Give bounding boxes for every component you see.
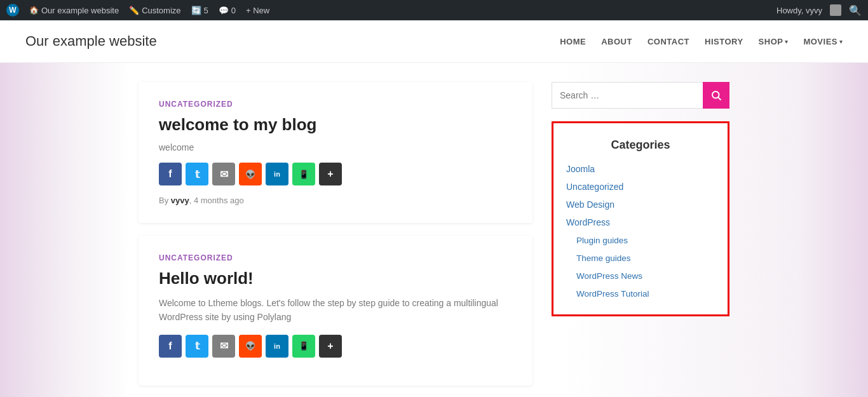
updates-link[interactable]: 🔄 5: [191, 6, 208, 15]
share-linkedin[interactable]: in: [266, 163, 288, 185]
category-item-wordpress-news[interactable]: WordPress News: [566, 270, 715, 281]
share-more[interactable]: +: [319, 163, 342, 185]
post-card-2: UNCATEGORIZED Hello world! Welcome to Lt…: [139, 236, 532, 386]
share-twitter-2[interactable]: 𝕥: [186, 335, 208, 358]
share-email[interactable]: ✉: [212, 163, 235, 185]
categories-widget: Categories Joomla Uncategorized Web Desi…: [552, 121, 729, 316]
site-name-link[interactable]: 🏠 Our example website: [29, 6, 119, 15]
svg-point-0: [712, 91, 719, 98]
nav-item-shop[interactable]: SHOP: [759, 37, 789, 46]
svg-line-1: [718, 97, 721, 100]
share-twitter[interactable]: 𝕥: [186, 163, 208, 185]
post-2-title: Hello world!: [159, 269, 512, 288]
search-widget: [552, 82, 729, 109]
category-item-wordpress-tutorial[interactable]: WordPress Tutorial: [566, 288, 715, 299]
site-title: Our example website: [25, 33, 157, 50]
share-more-2[interactable]: +: [319, 335, 342, 358]
category-item-joomla[interactable]: Joomla: [566, 163, 715, 175]
share-facebook-2[interactable]: f: [159, 335, 182, 358]
post-2-social-share: f 𝕥 ✉ 👽 in 📱 +: [159, 335, 512, 358]
share-whatsapp-2[interactable]: 📱: [292, 335, 315, 358]
share-reddit[interactable]: 👽: [239, 163, 262, 185]
categories-title: Categories: [566, 138, 715, 152]
post-1-excerpt: welcome: [159, 142, 512, 152]
post-1-time: 4 months ago: [194, 196, 244, 205]
share-reddit-2[interactable]: 👽: [239, 335, 262, 358]
site-header: Our example website HOME ABOUT CONTACT H…: [0, 20, 868, 63]
category-item-theme-guides[interactable]: Theme guides: [566, 252, 715, 264]
nav-item-contact[interactable]: CONTACT: [648, 36, 689, 47]
share-email-2[interactable]: ✉: [212, 335, 235, 358]
post-2-excerpt: Welcome to Ltheme blogs. Let's follow th…: [159, 296, 512, 325]
admin-bar: W 🏠 Our example website ✏️ Customize 🔄 5…: [0, 0, 868, 20]
post-1-meta: By vyvy, 4 months ago: [159, 196, 512, 205]
nav-item-about[interactable]: ABOUT: [601, 36, 632, 47]
admin-search-icon[interactable]: 🔍: [849, 4, 862, 17]
admin-bar-right: Howdy, vyvy 🔍: [776, 4, 862, 17]
howdy-text: Howdy, vyvy: [776, 6, 822, 15]
category-item-wordpress[interactable]: WordPress: [566, 217, 715, 228]
post-1-category: UNCATEGORIZED: [159, 100, 512, 109]
share-whatsapp[interactable]: 📱: [292, 163, 315, 185]
search-button[interactable]: [703, 82, 729, 109]
user-avatar[interactable]: [830, 4, 841, 16]
share-linkedin-2[interactable]: in: [266, 335, 288, 358]
category-item-uncategorized[interactable]: Uncategorized: [566, 181, 715, 192]
search-icon: [710, 90, 722, 101]
post-1-author: vyvy: [171, 196, 189, 205]
search-input[interactable]: [552, 82, 703, 109]
main-nav: HOME ABOUT CONTACT HISTORY SHOP MOVIES: [560, 36, 843, 47]
nav-item-history[interactable]: HISTORY: [705, 36, 743, 47]
post-card-1: UNCATEGORIZED welcome to my blog welcome…: [139, 82, 532, 223]
new-content-link[interactable]: + New: [246, 6, 269, 15]
comments-link[interactable]: 💬 0: [219, 6, 236, 15]
customize-link[interactable]: ✏️ Customize: [129, 6, 180, 15]
share-facebook[interactable]: f: [159, 163, 182, 185]
category-list: Joomla Uncategorized Web Design WordPres…: [566, 163, 715, 299]
nav-item-home[interactable]: HOME: [560, 36, 586, 47]
category-item-web-design[interactable]: Web Design: [566, 199, 715, 210]
post-1-title: welcome to my blog: [159, 115, 512, 135]
sidebar: Categories Joomla Uncategorized Web Desi…: [552, 82, 729, 397]
nav-menu: HOME ABOUT CONTACT HISTORY SHOP MOVIES: [560, 36, 843, 47]
post-1-social-share: f 𝕥 ✉ 👽 in 📱 +: [159, 163, 512, 185]
page-content: UNCATEGORIZED welcome to my blog welcome…: [0, 63, 868, 397]
wp-logo[interactable]: W: [6, 4, 19, 17]
wordpress-icon: W: [6, 4, 19, 17]
nav-item-movies[interactable]: MOVIES: [803, 37, 843, 46]
main-content: UNCATEGORIZED welcome to my blog welcome…: [139, 82, 532, 397]
post-2-category: UNCATEGORIZED: [159, 253, 512, 262]
category-item-plugin-guides[interactable]: Plugin guides: [566, 234, 715, 246]
